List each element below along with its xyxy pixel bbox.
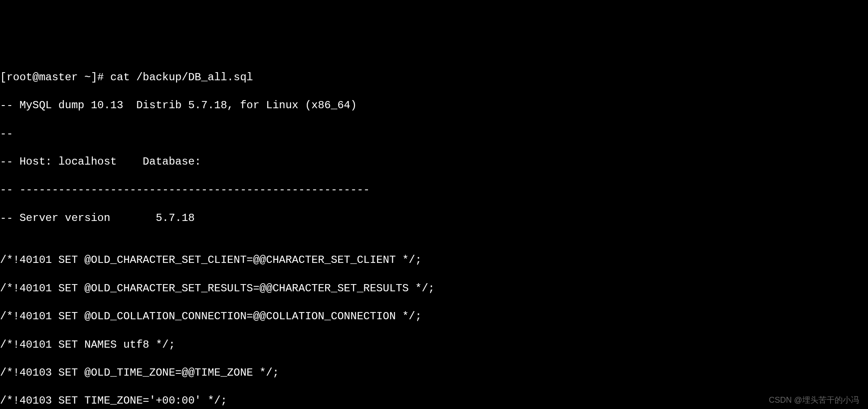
- terminal-line: -- MySQL dump 10.13 Distrib 5.7.18, for …: [0, 98, 868, 112]
- terminal-line: /*!40101 SET @OLD_CHARACTER_SET_RESULTS=…: [0, 281, 868, 295]
- terminal-line: [root@master ~]# cat /backup/DB_all.sql: [0, 70, 868, 84]
- terminal-line: /*!40103 SET @OLD_TIME_ZONE=@@TIME_ZONE …: [0, 366, 868, 380]
- terminal-line: /*!40101 SET @OLD_COLLATION_CONNECTION=@…: [0, 309, 868, 323]
- watermark-text: CSDN @埋头苦干的小冯: [769, 395, 859, 405]
- terminal-line: --: [0, 127, 868, 141]
- terminal-line: -- Server version 5.7.18: [0, 211, 868, 225]
- terminal-line: /*!40103 SET TIME_ZONE='+00:00' */;: [0, 394, 868, 408]
- terminal-line: -- Host: localhost Database:: [0, 155, 868, 169]
- terminal-line: /*!40101 SET NAMES utf8 */;: [0, 338, 868, 352]
- terminal-line: /*!40101 SET @OLD_CHARACTER_SET_CLIENT=@…: [0, 253, 868, 267]
- terminal-line: -- -------------------------------------…: [0, 183, 868, 197]
- terminal-output[interactable]: [root@master ~]# cat /backup/DB_all.sql …: [0, 56, 868, 409]
